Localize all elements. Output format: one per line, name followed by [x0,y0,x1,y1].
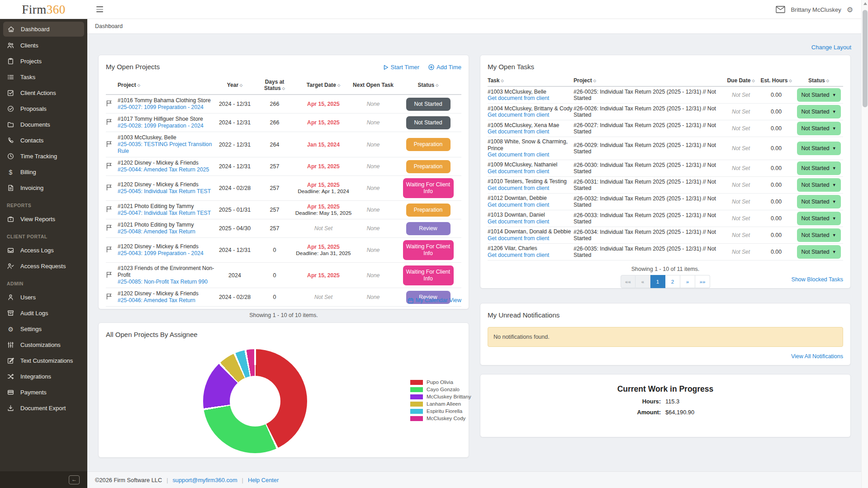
sidebar-item-document-export[interactable]: Document Export [0,400,87,416]
sidebar-item-payments[interactable]: Payments [0,384,87,400]
my-calendar-view-link[interactable]: My Calendar View [408,297,461,303]
project-link[interactable]: #25-0047: Individual Tax Return TEST [118,210,211,217]
flag-icon[interactable] [106,206,118,214]
project-link[interactable]: #25-0044: Amended Tax Return 2025 [118,166,209,173]
pagination-button[interactable]: »» [695,275,710,288]
flag-icon[interactable] [106,162,118,171]
change-layout-link[interactable]: Change Layout [811,44,851,51]
project-status-badge[interactable]: Preparation [406,204,451,217]
project-link[interactable]: #25-0085: Non-Profit Tax Return 990 [118,279,208,285]
task-link[interactable]: Get document from client [488,252,549,259]
task-status-dropdown[interactable]: Not Started▼ [797,105,841,118]
sidebar-item-users[interactable]: Users [0,289,87,305]
task-status-dropdown[interactable]: Not Started▼ [797,228,841,242]
project-link[interactable]: #25-0035: TESTING Project Transition Rul… [118,141,215,155]
gear-icon[interactable]: ⚙ [847,5,853,14]
sidebar-item-contacts[interactable]: Contacts [0,133,87,148]
sidebar-item-time-tracking[interactable]: Time Tracking [0,148,87,164]
sidebar-item-customizations[interactable]: Customizations [0,337,87,353]
scrollbar-up-arrow[interactable] [863,2,867,5]
col-status[interactable]: Status◇ [793,77,844,84]
add-time-button[interactable]: Add Time [428,64,461,71]
project-status-badge[interactable]: Preparation [406,160,451,173]
col-target[interactable]: Target Date◇ [294,82,352,88]
scrollbar-thumb[interactable] [863,10,868,107]
col-project[interactable]: Project◇ [118,82,215,88]
task-link[interactable]: Get document from client [488,202,549,208]
flag-icon[interactable] [106,184,118,192]
pagination-button[interactable]: 1 [650,275,665,288]
sidebar-item-text-customizations[interactable]: Text Customizations [0,353,87,369]
task-link[interactable]: Get document from client [488,235,549,242]
menu-toggle-icon[interactable] [96,6,103,12]
col-project[interactable]: Project◇ [574,77,723,84]
support-email-link[interactable]: support@myfirm360.com [172,477,237,483]
sidebar-item-invoicing[interactable]: Invoicing [0,180,87,196]
col-status[interactable]: Status◇ [394,82,462,88]
sidebar-item-integrations[interactable]: Integrations [0,369,87,384]
task-status-dropdown[interactable]: Not Started▼ [797,245,841,259]
task-link[interactable]: Get document from client [488,185,549,192]
flag-icon[interactable] [106,141,118,149]
help-center-link[interactable]: Help Center [248,477,279,483]
sidebar-item-billing[interactable]: $ Billing [0,164,87,180]
task-status-dropdown[interactable]: Not Started▼ [797,142,841,155]
sidebar-item-client-actions[interactable]: Client Actions [0,85,87,101]
pagination-button[interactable]: «« [621,275,636,288]
sidebar-item-documents[interactable]: Documents [0,117,87,133]
col-task[interactable]: Task◇ [488,77,574,84]
task-status-dropdown[interactable]: Not Started▼ [797,195,841,208]
project-link[interactable]: #25-0045: Individual Tax Return TEST [118,188,211,195]
task-link[interactable]: Get document from client [488,112,549,118]
task-status-dropdown[interactable]: Not Started▼ [797,178,841,192]
flag-icon[interactable] [106,293,118,301]
flag-icon[interactable] [106,224,118,232]
pagination-button[interactable]: 2 [665,275,680,288]
sidebar-item-proposals[interactable]: Proposals [0,101,87,117]
breadcrumb[interactable]: Dashboard [95,23,123,29]
sidebar-item-audit-logs[interactable]: Audit Logs [0,305,87,321]
view-all-notifications-link[interactable]: View All Notifications [791,353,843,360]
page-scrollbar[interactable] [861,0,868,488]
project-status-badge[interactable]: Not Started [406,116,451,129]
col-hours[interactable]: Est. Hours◇ [759,77,793,84]
flag-icon[interactable] [106,118,118,127]
project-status-badge[interactable]: Waiting For Client Info [403,265,454,285]
task-link[interactable]: Get document from client [488,95,549,102]
task-link[interactable]: Get document from client [488,218,549,225]
task-link[interactable]: Get document from client [488,128,549,135]
task-link[interactable]: Get document from client [488,152,549,158]
sidebar-item-clients[interactable]: Clients [0,38,87,53]
project-status-badge[interactable]: Not Started [406,98,451,111]
task-status-dropdown[interactable]: Not Started▼ [797,212,841,225]
project-link[interactable]: #25-0046: Amended Tax Return [118,297,195,304]
task-status-dropdown[interactable]: Not Started▼ [797,161,841,175]
sidebar-item-tasks[interactable]: Tasks [0,69,87,85]
sidebar-item-dashboard[interactable]: Dashboard [3,22,84,37]
sidebar-item-settings[interactable]: ⚙ Settings [0,321,87,337]
flag-icon[interactable] [106,246,118,254]
project-status-badge[interactable]: Preparation [406,138,451,151]
task-status-dropdown[interactable]: Not Started▼ [797,88,841,102]
mail-icon[interactable] [776,6,785,13]
sidebar-item-projects[interactable]: Projects [0,53,87,69]
sidebar-item-view-reports[interactable]: View Reports [0,211,87,227]
project-link[interactable]: #25-0027: 1099 Preparation - 2024 [118,104,204,111]
flag-icon[interactable] [106,100,118,108]
pagination-button[interactable]: « [636,275,650,288]
col-year[interactable]: Year◇ [215,82,255,88]
sidebar-collapse-icon[interactable]: ← [69,475,80,484]
project-status-badge[interactable]: Review [406,222,451,235]
sidebar-item-access-requests[interactable]: Access Requests [0,258,87,274]
project-link[interactable]: #25-0028: 1099 Preparation - 2024 [118,123,204,129]
start-timer-button[interactable]: Start Timer [384,64,420,71]
flag-icon[interactable] [106,271,118,280]
project-link[interactable]: #25-0048: Amended Tax Return [118,228,195,235]
show-blocked-tasks-link[interactable]: Show Blocked Tasks [792,276,843,283]
project-status-badge[interactable]: Waiting For Client Info [403,178,454,198]
col-days[interactable]: Days at Status◇ [255,79,294,91]
project-status-badge[interactable]: Waiting For Client Info [403,240,454,260]
sidebar-item-access-logs[interactable]: Access Logs [0,242,87,258]
task-status-dropdown[interactable]: Not Started▼ [797,122,841,135]
project-link[interactable]: #25-0043: 1099 Preparation - 2024 [118,250,204,257]
